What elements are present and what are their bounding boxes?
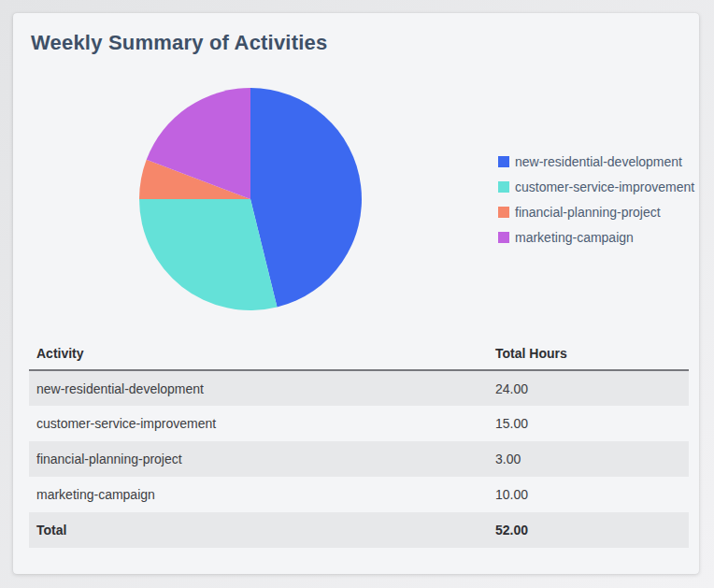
legend-item-customer-service-improvement[interactable]: customer-service-improvement bbox=[498, 174, 694, 199]
legend-swatch-icon bbox=[498, 156, 509, 167]
cell-activity: financial-planning-project bbox=[29, 441, 488, 477]
report-card: Weekly Summary of Activities new-residen… bbox=[13, 13, 699, 574]
table-row: marketing-campaign10.00 bbox=[29, 477, 689, 512]
legend-swatch-icon bbox=[498, 207, 509, 218]
cell-activity: new-residential-development bbox=[29, 370, 488, 406]
cell-total-hours: 15.00 bbox=[488, 406, 689, 441]
legend-item-financial-planning-project[interactable]: financial-planning-project bbox=[498, 199, 694, 224]
column-header-total-hours: Total Hours bbox=[488, 340, 689, 370]
legend-label: marketing-campaign bbox=[515, 230, 634, 245]
cell-activity: marketing-campaign bbox=[29, 477, 488, 512]
cell-total-hours: 10.00 bbox=[488, 477, 689, 512]
table-row: new-residential-development24.00 bbox=[29, 370, 689, 406]
cell-activity: Total bbox=[29, 512, 488, 548]
table-total-row: Total52.00 bbox=[29, 512, 689, 548]
cell-total-hours: 52.00 bbox=[488, 512, 689, 548]
page-title: Weekly Summary of Activities bbox=[31, 30, 327, 56]
legend-item-new-residential-development[interactable]: new-residential-development bbox=[498, 149, 694, 174]
legend-label: new-residential-development bbox=[515, 154, 682, 169]
cell-activity: customer-service-improvement bbox=[29, 406, 488, 441]
table-row: customer-service-improvement15.00 bbox=[29, 406, 689, 441]
legend-label: financial-planning-project bbox=[515, 205, 661, 220]
table-row: financial-planning-project3.00 bbox=[29, 441, 689, 477]
cell-total-hours: 3.00 bbox=[488, 441, 689, 477]
legend-item-marketing-campaign[interactable]: marketing-campaign bbox=[498, 224, 694, 250]
chart-legend: new-residential-developmentcustomer-serv… bbox=[498, 149, 694, 250]
legend-label: customer-service-improvement bbox=[515, 179, 694, 194]
table-header-row: Activity Total Hours bbox=[29, 340, 689, 370]
column-header-activity: Activity bbox=[29, 340, 488, 370]
pie-chart bbox=[139, 88, 362, 310]
cell-total-hours: 24.00 bbox=[488, 370, 689, 406]
legend-swatch-icon bbox=[498, 181, 509, 193]
activity-summary-table: Activity Total Hours new-residential-dev… bbox=[29, 340, 689, 548]
legend-swatch-icon bbox=[498, 232, 509, 243]
